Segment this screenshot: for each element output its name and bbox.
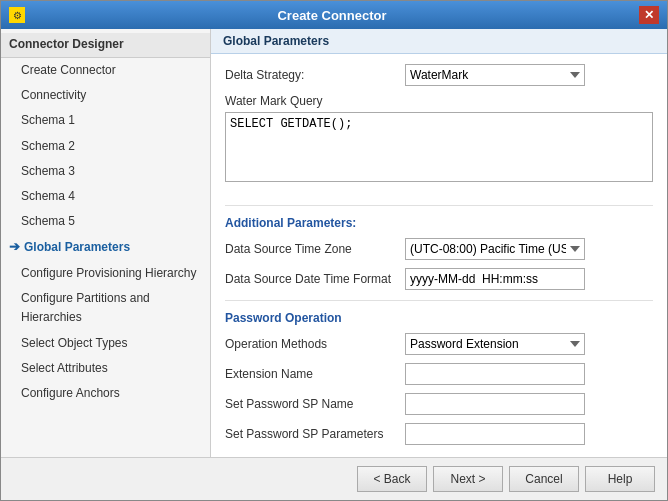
set-password-sp-name-row: Set Password SP Name — [225, 393, 653, 415]
sidebar-item-global-parameters[interactable]: ➔ Global Parameters — [1, 234, 210, 261]
operation-methods-label: Operation Methods — [225, 337, 405, 351]
delta-strategy-row: Delta Strategy: WaterMark — [225, 64, 653, 86]
sidebar-header: Connector Designer — [1, 33, 210, 58]
sidebar-item-configure-provisioning[interactable]: Configure Provisioning Hierarchy — [1, 261, 210, 286]
water-mark-query-label: Water Mark Query — [225, 94, 653, 108]
data-source-tz-label: Data Source Time Zone — [225, 242, 405, 256]
extension-name-control — [405, 363, 653, 385]
main-content: Connector Designer Create Connector Conn… — [1, 29, 667, 457]
data-source-dtf-label: Data Source Date Time Format — [225, 272, 405, 286]
content-header: Global Parameters — [211, 29, 667, 54]
cancel-button[interactable]: Cancel — [509, 466, 579, 492]
operation-methods-row: Operation Methods Password Extension — [225, 333, 653, 355]
sidebar-item-select-attributes[interactable]: Select Attributes — [1, 356, 210, 381]
help-button[interactable]: Help — [585, 466, 655, 492]
data-source-dtf-input[interactable] — [405, 268, 585, 290]
delta-strategy-control: WaterMark — [405, 64, 653, 86]
footer-bar: < Back Next > Cancel Help — [1, 457, 667, 500]
sidebar-item-schema2[interactable]: Schema 2 — [1, 134, 210, 159]
operation-methods-select[interactable]: Password Extension — [405, 333, 585, 355]
close-button[interactable]: ✕ — [639, 6, 659, 24]
data-source-tz-row: Data Source Time Zone (UTC-08:00) Pacifi… — [225, 238, 653, 260]
set-password-sp-params-label: Set Password SP Parameters — [225, 427, 405, 441]
data-source-tz-select[interactable]: (UTC-08:00) Pacific Time (US & C... — [405, 238, 585, 260]
content-area: Global Parameters Delta Strategy: WaterM… — [211, 29, 667, 457]
extension-name-label: Extension Name — [225, 367, 405, 381]
set-password-sp-name-control — [405, 393, 653, 415]
title-bar: ⚙ Create Connector ✕ — [1, 1, 667, 29]
next-button[interactable]: Next > — [433, 466, 503, 492]
content-body: Delta Strategy: WaterMark Water Mark Que… — [211, 54, 667, 457]
sidebar: Connector Designer Create Connector Conn… — [1, 29, 211, 457]
data-source-dtf-control — [405, 268, 653, 290]
additional-params-label: Additional Parameters: — [225, 216, 653, 230]
extension-name-row: Extension Name — [225, 363, 653, 385]
extension-name-input[interactable] — [405, 363, 585, 385]
sidebar-item-schema4[interactable]: Schema 4 — [1, 184, 210, 209]
sidebar-item-connectivity[interactable]: Connectivity — [1, 83, 210, 108]
sidebar-item-schema3[interactable]: Schema 3 — [1, 159, 210, 184]
sidebar-item-schema1[interactable]: Schema 1 — [1, 108, 210, 133]
divider-2 — [225, 300, 653, 301]
sidebar-item-global-parameters-label: Global Parameters — [24, 238, 130, 257]
set-password-sp-name-input[interactable] — [405, 393, 585, 415]
set-password-sp-name-label: Set Password SP Name — [225, 397, 405, 411]
window-title: Create Connector — [25, 8, 639, 23]
sidebar-item-select-object-types[interactable]: Select Object Types — [1, 331, 210, 356]
operation-methods-control: Password Extension — [405, 333, 653, 355]
sidebar-item-configure-partitions[interactable]: Configure Partitions and Hierarchies — [1, 286, 210, 330]
sidebar-item-configure-anchors[interactable]: Configure Anchors — [1, 381, 210, 406]
sidebar-item-create-connector[interactable]: Create Connector — [1, 58, 210, 83]
sidebar-item-schema5[interactable]: Schema 5 — [1, 209, 210, 234]
delta-strategy-select[interactable]: WaterMark — [405, 64, 585, 86]
set-password-sp-params-row: Set Password SP Parameters — [225, 423, 653, 445]
set-password-sp-params-control — [405, 423, 653, 445]
password-operation-label: Password Operation — [225, 311, 653, 325]
back-button[interactable]: < Back — [357, 466, 427, 492]
water-mark-query-textarea[interactable] — [225, 112, 653, 182]
active-arrow-icon: ➔ — [9, 237, 20, 258]
main-window: ⚙ Create Connector ✕ Connector Designer … — [0, 0, 668, 501]
data-source-tz-control: (UTC-08:00) Pacific Time (US & C... — [405, 238, 653, 260]
divider-1 — [225, 205, 653, 206]
delta-strategy-label: Delta Strategy: — [225, 68, 405, 82]
data-source-dtf-row: Data Source Date Time Format — [225, 268, 653, 290]
window-icon: ⚙ — [9, 7, 25, 23]
set-password-sp-params-input[interactable] — [405, 423, 585, 445]
